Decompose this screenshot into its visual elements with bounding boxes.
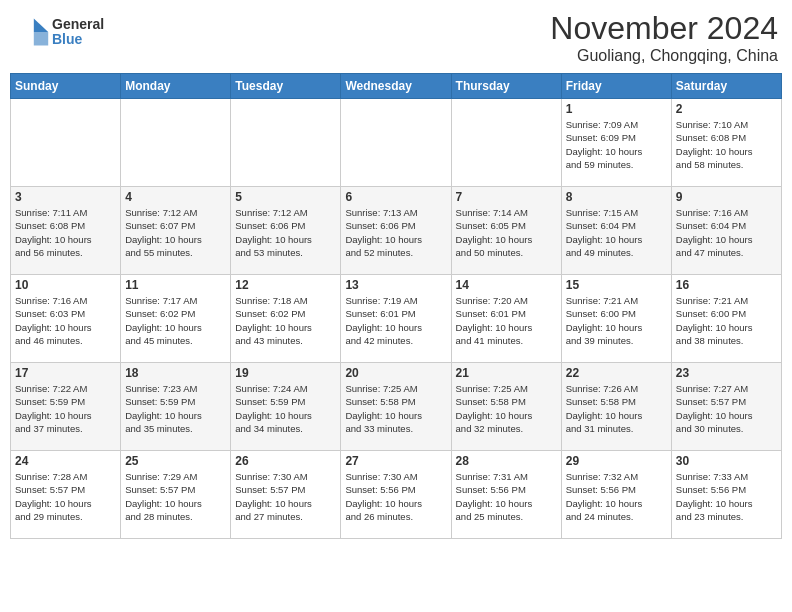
day-number: 26: [235, 454, 336, 468]
calendar-cell: 1Sunrise: 7:09 AM Sunset: 6:09 PM Daylig…: [561, 99, 671, 187]
calendar-cell: 23Sunrise: 7:27 AM Sunset: 5:57 PM Dayli…: [671, 363, 781, 451]
day-info: Sunrise: 7:25 AM Sunset: 5:58 PM Dayligh…: [345, 382, 446, 435]
day-info: Sunrise: 7:20 AM Sunset: 6:01 PM Dayligh…: [456, 294, 557, 347]
logo-blue-text: Blue: [52, 32, 104, 47]
calendar-cell: 4Sunrise: 7:12 AM Sunset: 6:07 PM Daylig…: [121, 187, 231, 275]
weekday-header-wednesday: Wednesday: [341, 74, 451, 99]
day-number: 9: [676, 190, 777, 204]
day-info: Sunrise: 7:16 AM Sunset: 6:04 PM Dayligh…: [676, 206, 777, 259]
calendar-week-row: 10Sunrise: 7:16 AM Sunset: 6:03 PM Dayli…: [11, 275, 782, 363]
day-info: Sunrise: 7:16 AM Sunset: 6:03 PM Dayligh…: [15, 294, 116, 347]
calendar-week-row: 3Sunrise: 7:11 AM Sunset: 6:08 PM Daylig…: [11, 187, 782, 275]
day-info: Sunrise: 7:17 AM Sunset: 6:02 PM Dayligh…: [125, 294, 226, 347]
location: Guoliang, Chongqing, China: [550, 47, 778, 65]
day-info: Sunrise: 7:27 AM Sunset: 5:57 PM Dayligh…: [676, 382, 777, 435]
day-info: Sunrise: 7:11 AM Sunset: 6:08 PM Dayligh…: [15, 206, 116, 259]
calendar-cell: 29Sunrise: 7:32 AM Sunset: 5:56 PM Dayli…: [561, 451, 671, 539]
day-info: Sunrise: 7:21 AM Sunset: 6:00 PM Dayligh…: [676, 294, 777, 347]
logo: General Blue: [14, 14, 104, 50]
day-number: 20: [345, 366, 446, 380]
calendar-cell: 6Sunrise: 7:13 AM Sunset: 6:06 PM Daylig…: [341, 187, 451, 275]
calendar-cell: 22Sunrise: 7:26 AM Sunset: 5:58 PM Dayli…: [561, 363, 671, 451]
calendar-week-row: 1Sunrise: 7:09 AM Sunset: 6:09 PM Daylig…: [11, 99, 782, 187]
weekday-header-friday: Friday: [561, 74, 671, 99]
day-info: Sunrise: 7:32 AM Sunset: 5:56 PM Dayligh…: [566, 470, 667, 523]
day-number: 17: [15, 366, 116, 380]
logo-general: General: [52, 17, 104, 32]
day-info: Sunrise: 7:14 AM Sunset: 6:05 PM Dayligh…: [456, 206, 557, 259]
day-number: 21: [456, 366, 557, 380]
day-info: Sunrise: 7:12 AM Sunset: 6:06 PM Dayligh…: [235, 206, 336, 259]
day-number: 6: [345, 190, 446, 204]
calendar-cell: 24Sunrise: 7:28 AM Sunset: 5:57 PM Dayli…: [11, 451, 121, 539]
calendar-cell: 3Sunrise: 7:11 AM Sunset: 6:08 PM Daylig…: [11, 187, 121, 275]
day-number: 3: [15, 190, 116, 204]
day-number: 2: [676, 102, 777, 116]
calendar-cell: 20Sunrise: 7:25 AM Sunset: 5:58 PM Dayli…: [341, 363, 451, 451]
calendar-cell: 13Sunrise: 7:19 AM Sunset: 6:01 PM Dayli…: [341, 275, 451, 363]
day-number: 4: [125, 190, 226, 204]
calendar-cell: 28Sunrise: 7:31 AM Sunset: 5:56 PM Dayli…: [451, 451, 561, 539]
day-number: 13: [345, 278, 446, 292]
calendar-cell: 19Sunrise: 7:24 AM Sunset: 5:59 PM Dayli…: [231, 363, 341, 451]
logo-icon: [14, 14, 50, 50]
day-number: 16: [676, 278, 777, 292]
day-info: Sunrise: 7:12 AM Sunset: 6:07 PM Dayligh…: [125, 206, 226, 259]
day-number: 11: [125, 278, 226, 292]
calendar-table: SundayMondayTuesdayWednesdayThursdayFrid…: [10, 73, 782, 539]
day-info: Sunrise: 7:24 AM Sunset: 5:59 PM Dayligh…: [235, 382, 336, 435]
calendar-cell: 15Sunrise: 7:21 AM Sunset: 6:00 PM Dayli…: [561, 275, 671, 363]
day-number: 28: [456, 454, 557, 468]
page-header: General Blue November 2024 Guoliang, Cho…: [10, 10, 782, 65]
day-info: Sunrise: 7:15 AM Sunset: 6:04 PM Dayligh…: [566, 206, 667, 259]
calendar-cell: 12Sunrise: 7:18 AM Sunset: 6:02 PM Dayli…: [231, 275, 341, 363]
calendar-cell: 17Sunrise: 7:22 AM Sunset: 5:59 PM Dayli…: [11, 363, 121, 451]
weekday-header-thursday: Thursday: [451, 74, 561, 99]
calendar-cell: 30Sunrise: 7:33 AM Sunset: 5:56 PM Dayli…: [671, 451, 781, 539]
day-info: Sunrise: 7:25 AM Sunset: 5:58 PM Dayligh…: [456, 382, 557, 435]
calendar-cell: 26Sunrise: 7:30 AM Sunset: 5:57 PM Dayli…: [231, 451, 341, 539]
calendar-cell: 2Sunrise: 7:10 AM Sunset: 6:08 PM Daylig…: [671, 99, 781, 187]
day-number: 1: [566, 102, 667, 116]
calendar-cell: 16Sunrise: 7:21 AM Sunset: 6:00 PM Dayli…: [671, 275, 781, 363]
calendar-cell: 18Sunrise: 7:23 AM Sunset: 5:59 PM Dayli…: [121, 363, 231, 451]
day-number: 8: [566, 190, 667, 204]
day-info: Sunrise: 7:30 AM Sunset: 5:56 PM Dayligh…: [345, 470, 446, 523]
day-number: 30: [676, 454, 777, 468]
svg-marker-1: [34, 32, 48, 46]
day-info: Sunrise: 7:26 AM Sunset: 5:58 PM Dayligh…: [566, 382, 667, 435]
day-info: Sunrise: 7:09 AM Sunset: 6:09 PM Dayligh…: [566, 118, 667, 171]
day-number: 29: [566, 454, 667, 468]
day-info: Sunrise: 7:31 AM Sunset: 5:56 PM Dayligh…: [456, 470, 557, 523]
day-info: Sunrise: 7:22 AM Sunset: 5:59 PM Dayligh…: [15, 382, 116, 435]
day-number: 15: [566, 278, 667, 292]
calendar-cell: [121, 99, 231, 187]
day-number: 23: [676, 366, 777, 380]
day-number: 14: [456, 278, 557, 292]
day-info: Sunrise: 7:23 AM Sunset: 5:59 PM Dayligh…: [125, 382, 226, 435]
calendar-week-row: 24Sunrise: 7:28 AM Sunset: 5:57 PM Dayli…: [11, 451, 782, 539]
calendar-cell: 9Sunrise: 7:16 AM Sunset: 6:04 PM Daylig…: [671, 187, 781, 275]
day-number: 25: [125, 454, 226, 468]
weekday-header-sunday: Sunday: [11, 74, 121, 99]
calendar-cell: [11, 99, 121, 187]
day-info: Sunrise: 7:18 AM Sunset: 6:02 PM Dayligh…: [235, 294, 336, 347]
calendar-cell: 11Sunrise: 7:17 AM Sunset: 6:02 PM Dayli…: [121, 275, 231, 363]
calendar-cell: 7Sunrise: 7:14 AM Sunset: 6:05 PM Daylig…: [451, 187, 561, 275]
calendar-cell: [231, 99, 341, 187]
day-number: 27: [345, 454, 446, 468]
day-number: 24: [15, 454, 116, 468]
day-info: Sunrise: 7:29 AM Sunset: 5:57 PM Dayligh…: [125, 470, 226, 523]
day-info: Sunrise: 7:19 AM Sunset: 6:01 PM Dayligh…: [345, 294, 446, 347]
weekday-header-row: SundayMondayTuesdayWednesdayThursdayFrid…: [11, 74, 782, 99]
weekday-header-saturday: Saturday: [671, 74, 781, 99]
calendar-cell: 10Sunrise: 7:16 AM Sunset: 6:03 PM Dayli…: [11, 275, 121, 363]
day-number: 5: [235, 190, 336, 204]
title-area: November 2024 Guoliang, Chongqing, China: [550, 10, 778, 65]
svg-marker-0: [34, 19, 48, 33]
calendar-cell: 21Sunrise: 7:25 AM Sunset: 5:58 PM Dayli…: [451, 363, 561, 451]
calendar-cell: [451, 99, 561, 187]
day-number: 22: [566, 366, 667, 380]
day-info: Sunrise: 7:13 AM Sunset: 6:06 PM Dayligh…: [345, 206, 446, 259]
day-info: Sunrise: 7:21 AM Sunset: 6:00 PM Dayligh…: [566, 294, 667, 347]
